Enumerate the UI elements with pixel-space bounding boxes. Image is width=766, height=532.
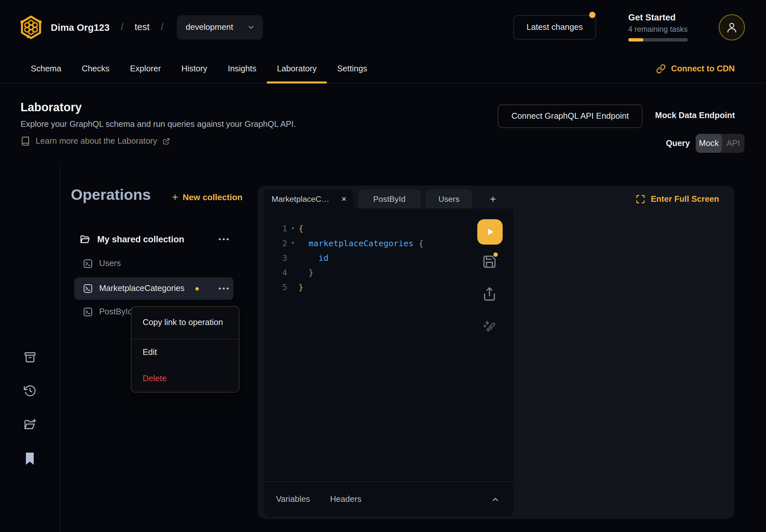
latest-changes-button[interactable]: Latest changes: [514, 15, 596, 40]
tab-checks[interactable]: Checks: [71, 55, 120, 83]
fullscreen-icon: [636, 194, 645, 204]
operation-terminal-icon: [83, 259, 93, 269]
unsaved-indicator-dot: [195, 287, 199, 290]
fold-arrow-icon: [287, 280, 298, 294]
query-mode-mock[interactable]: Mock: [696, 134, 722, 153]
collection-header[interactable]: My shared collection: [74, 228, 234, 250]
code-token: {: [298, 224, 303, 233]
variables-tab[interactable]: Variables: [276, 495, 310, 504]
collapse-footer-button[interactable]: [491, 495, 500, 504]
bookmark-icon: [24, 452, 36, 465]
code-token: [298, 238, 309, 248]
collection-name: My shared collection: [97, 234, 219, 245]
get-started-progressbar: [628, 38, 688, 42]
saved-operations-button[interactable]: [0, 452, 60, 465]
tab-settings[interactable]: Settings: [327, 55, 377, 83]
breadcrumb-graph[interactable]: test: [135, 22, 150, 33]
history-button[interactable]: [0, 384, 60, 398]
headers-tab[interactable]: Headers: [330, 495, 361, 504]
code-text: marketplaceCategories {: [298, 236, 424, 250]
new-collection-button[interactable]: + New collection: [172, 191, 242, 203]
run-query-button[interactable]: [477, 219, 503, 245]
learn-more-label: Learn more about the Laboratory: [36, 136, 157, 146]
fold-arrow-icon[interactable]: ▾: [287, 221, 298, 236]
clean-broom-icon: [482, 319, 497, 333]
editor-footer: Variables Headers: [264, 482, 514, 516]
breadcrumb-separator: /: [121, 22, 123, 33]
mock-data-endpoint-button[interactable]: Mock Data Endpoint: [655, 111, 735, 121]
fold-arrow-icon[interactable]: ▾: [287, 236, 298, 250]
book-icon: [20, 136, 30, 146]
operation-item-marketplacecategories[interactable]: MarketplaceCategories: [74, 277, 234, 300]
tab-laboratory[interactable]: Laboratory: [267, 55, 327, 83]
operation-item-label: Users: [99, 259, 121, 269]
history-icon: [23, 384, 36, 398]
menu-item-delete[interactable]: Delete: [131, 366, 239, 392]
get-started-widget[interactable]: Get Started 4 remaining tasks: [628, 13, 688, 42]
learn-more-link[interactable]: Learn more about the Laboratory: [20, 136, 170, 146]
editor-footer-divider: [264, 481, 514, 482]
external-link-icon: [163, 138, 170, 145]
code-token: }: [308, 268, 313, 277]
enter-fullscreen-button[interactable]: Enter Full Screen: [636, 192, 719, 206]
operation-more-button[interactable]: [219, 288, 228, 290]
code-editor-area[interactable]: 1▾{2▾ marketplaceCategories {3 id4 }5}: [264, 209, 514, 482]
breadcrumb-org[interactable]: Dima Org123: [51, 22, 110, 33]
menu-item-copy-link-to-operation[interactable]: Copy link to operation: [131, 307, 239, 339]
tab-insights[interactable]: Insights: [217, 55, 266, 83]
get-started-subtitle: 4 remaining tasks: [628, 25, 688, 34]
code-token: [298, 268, 309, 277]
connect-to-cdn-link[interactable]: Connect to CDN: [656, 55, 735, 83]
new-collection-label: New collection: [183, 192, 242, 202]
connect-to-cdn-label: Connect to CDN: [671, 64, 735, 74]
operation-item-label: PostById: [99, 307, 132, 317]
code-line: 1▾{: [264, 221, 514, 236]
query-mode-api[interactable]: API: [722, 134, 745, 153]
chevron-up-icon: [491, 495, 500, 504]
code-text: }: [298, 280, 303, 294]
new-tab-button[interactable]: +: [483, 189, 503, 209]
share-operation-button[interactable]: [482, 286, 498, 302]
folder-plus-icon: [23, 418, 36, 431]
get-started-progress-fill: [628, 38, 643, 42]
code-token: {: [419, 238, 423, 248]
user-avatar-button[interactable]: [719, 14, 745, 41]
line-number: 3: [264, 250, 287, 265]
new-collection-rail-button[interactable]: [0, 418, 60, 431]
line-number: 4: [264, 265, 287, 280]
operation-terminal-icon: [83, 307, 93, 317]
code-text: {: [298, 221, 303, 236]
tab-schema[interactable]: Schema: [20, 55, 71, 83]
link-icon: [656, 64, 666, 74]
get-started-title: Get Started: [628, 13, 688, 23]
code-text: }: [298, 265, 313, 280]
prettify-button[interactable]: [482, 319, 498, 334]
fold-arrow-icon: [287, 265, 298, 280]
notification-dot: [589, 12, 596, 18]
query-mode-label: Query: [666, 139, 690, 148]
code-line: 4 }: [264, 265, 514, 280]
graphos-studio-app: Dima Org123 / test / development Latest …: [0, 0, 766, 532]
connect-graphql-endpoint-button[interactable]: Connect GraphQL API Endpoint: [498, 104, 643, 128]
folder-open-icon: [79, 234, 90, 245]
variant-dropdown-value: development: [186, 22, 233, 32]
breadcrumb: Dima Org123 / test /: [51, 0, 164, 55]
schema-reference-button[interactable]: [0, 351, 60, 364]
collection-more-button[interactable]: [219, 238, 228, 240]
operation-item-users[interactable]: Users: [74, 254, 234, 273]
active-tab-underline: [267, 81, 327, 83]
variant-dropdown[interactable]: development: [177, 15, 263, 40]
chevron-down-icon: [247, 23, 255, 31]
tab-explorer[interactable]: Explorer: [120, 55, 171, 83]
operation-context-menu: Copy link to operationEditDelete: [131, 306, 239, 393]
editor-tab-users[interactable]: Users: [426, 189, 472, 209]
graph-nav: SchemaChecksExplorerHistoryInsightsLabor…: [0, 55, 766, 84]
editor-tab-marketplacec[interactable]: MarketplaceC…×: [264, 189, 353, 209]
close-tab-icon[interactable]: ×: [341, 194, 346, 204]
tab-history[interactable]: History: [171, 55, 217, 83]
menu-item-edit[interactable]: Edit: [131, 339, 239, 366]
editor-tab-postbyid[interactable]: PostById: [358, 189, 421, 209]
graphos-logo-icon[interactable]: [19, 15, 43, 40]
code-token: marketplaceCategories: [308, 238, 414, 248]
laboratory-left-rail: [0, 165, 60, 532]
